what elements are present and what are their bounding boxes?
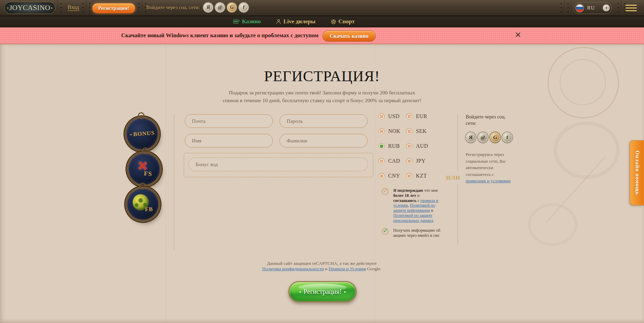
- download-banner: Скачайте новый Windows клиент казино и з…: [0, 27, 644, 44]
- facebook-icon[interactable]: f: [239, 3, 248, 12]
- lastname-field[interactable]: [280, 134, 368, 147]
- check-icon: ✓: [383, 227, 388, 234]
- currency-kzt[interactable]: KZT: [406, 172, 433, 179]
- submit-registration-button[interactable]: ◂ Регистрация! ▸: [288, 281, 357, 302]
- mailru-icon[interactable]: @: [215, 3, 225, 12]
- banner-message: Скачайте новый Windows клиент казино и з…: [121, 32, 318, 39]
- freebet-medal[interactable]: FB: [127, 188, 159, 220]
- radio-icon[interactable]: [378, 173, 385, 179]
- subtitle-line1: Подарок за регистрацию уже почти твой! З…: [0, 90, 644, 96]
- login-link[interactable]: Вход: [68, 4, 79, 11]
- terms-text: Я подтверждаю что мне более 18 лет и сог…: [393, 188, 442, 223]
- promo-text: Получать информацию об акциях через имей…: [393, 228, 444, 238]
- vertical-divider: [458, 114, 458, 170]
- check-icon: ✓: [383, 187, 388, 194]
- radio-icon[interactable]: [406, 173, 413, 179]
- menu-bar: [625, 7, 637, 9]
- currency-jpy[interactable]: JPY: [406, 158, 433, 164]
- currency-cad[interactable]: CAD: [378, 158, 405, 164]
- radio-icon[interactable]: [406, 158, 413, 164]
- radio-icon[interactable]: [378, 158, 385, 164]
- facebook-icon[interactable]: f: [502, 132, 512, 142]
- panel-seam: [617, 0, 626, 16]
- currency-rub[interactable]: RUB: [378, 143, 405, 149]
- menu-bar: [625, 10, 637, 11]
- mailru-icon[interactable]: @: [478, 132, 488, 142]
- google-privacy-link[interactable]: Политика конфиденциальности: [262, 266, 324, 271]
- registration-section: РЕГИСТРАЦИЯ! Подарок за регистрацию уже …: [0, 44, 644, 323]
- yandex-icon[interactable]: Я: [466, 132, 476, 142]
- football-icon: [331, 19, 336, 24]
- topbar-social-label: Войдите через соц. сети:: [146, 5, 200, 10]
- close-icon[interactable]: ✕: [515, 31, 521, 39]
- vertical-divider: [174, 115, 174, 250]
- firstname-field[interactable]: [185, 134, 273, 147]
- google-icon[interactable]: G: [227, 3, 237, 12]
- currency-eur[interactable]: EUR: [406, 113, 433, 120]
- tab-casino-label: Казино: [242, 18, 261, 25]
- currency-aud[interactable]: AUD: [406, 143, 433, 149]
- radio-icon[interactable]: [406, 128, 413, 135]
- currency-options: USD EUR NOK SEK RUB AUD CAD JPY CNY KZT: [378, 113, 433, 179]
- recaptcha-note: Данный сайт защищен reCAPTCHA, а так же …: [258, 261, 386, 272]
- promo-checkbox[interactable]: ✓: [382, 228, 388, 235]
- menu-bar: [625, 5, 637, 6]
- tab-live-label: Live дилеры: [283, 18, 315, 25]
- email-field[interactable]: [185, 114, 273, 128]
- promo-checkbox-row[interactable]: ✓ Получать информацию об акциях через им…: [382, 228, 446, 238]
- google-icon[interactable]: G: [490, 132, 500, 142]
- plus-icon: +: [129, 132, 133, 138]
- social-login-title: Войдите через соц. сети:: [466, 114, 510, 126]
- chevron-down-icon[interactable]: ▾: [603, 4, 610, 11]
- tab-sport[interactable]: Спорт: [331, 18, 355, 25]
- yandex-icon[interactable]: Я: [203, 3, 213, 12]
- topbar-social-icons: Я @ G f: [203, 3, 248, 12]
- currency-nok[interactable]: NOK: [378, 128, 405, 135]
- radio-icon[interactable]: [378, 113, 385, 120]
- tab-live-dealers[interactable]: Live дилеры: [276, 18, 315, 25]
- bonus-code-field[interactable]: [188, 158, 368, 171]
- online-help-tab[interactable]: Онлайн помощь: [630, 140, 644, 205]
- personal-data-policy-link[interactable]: Политикой по защите персональных данных: [393, 213, 434, 223]
- panel-seam: [82, 0, 91, 16]
- fb-medal-label: FB: [145, 206, 153, 213]
- radio-icon[interactable]: [378, 128, 385, 135]
- currency-sek[interactable]: SEK: [406, 128, 433, 135]
- paper-fold: [375, 44, 375, 323]
- slot-machine-icon: [233, 19, 240, 24]
- google-terms-link[interactable]: Правила и Условия: [329, 266, 366, 271]
- freespins-medal[interactable]: ✖ FS: [128, 153, 161, 186]
- terms-and-conditions-link[interactable]: правилами и условиями: [466, 178, 511, 183]
- background-stain: [554, 121, 620, 179]
- subtitle-line2: спинов в течение 10 дней, бесплатную ста…: [0, 97, 644, 103]
- tab-sport-label: Спорт: [338, 18, 355, 25]
- paper-fold: [166, 44, 166, 323]
- top-bar: JOYCASINO Вход Регистрация! Войдите чере…: [0, 0, 644, 16]
- download-casino-button[interactable]: Скачать казино: [323, 30, 376, 42]
- radio-selected-icon[interactable]: [378, 143, 385, 149]
- bonus-medal[interactable]: +BONUS: [126, 117, 159, 151]
- radio-icon[interactable]: [406, 113, 413, 120]
- panel-seam: [560, 0, 569, 16]
- terms-checkbox-row[interactable]: ✓ Я подтверждаю что мне более 18 лет и с…: [382, 188, 442, 223]
- submit-label: Регистрация!: [304, 288, 342, 296]
- radio-icon[interactable]: [406, 143, 413, 149]
- currency-cny[interactable]: CNY: [378, 172, 405, 179]
- background-sketch: [546, 157, 605, 223]
- page-title: РЕГИСТРАЦИЯ!: [0, 67, 644, 85]
- password-field[interactable]: [280, 114, 368, 128]
- social-login-note: Регистрируясь через социальные сети, Вы …: [466, 151, 515, 184]
- language-selector[interactable]: RU ▾: [573, 2, 612, 14]
- menu-icon[interactable]: [625, 5, 637, 13]
- arrow-left-icon: ◂: [299, 290, 301, 294]
- arrow-right-icon: ▸: [344, 290, 346, 294]
- logo-text: JOYCASINO: [9, 4, 50, 12]
- tab-casino[interactable]: Казино: [233, 18, 261, 25]
- background-stain: [528, 203, 577, 246]
- joycasino-logo[interactable]: JOYCASINO: [4, 2, 55, 14]
- panel-seam: [138, 0, 147, 16]
- terms-checkbox[interactable]: ✓: [382, 188, 388, 195]
- bonus-medal-label: BONUS: [133, 130, 155, 137]
- register-button[interactable]: Регистрация!: [92, 3, 135, 14]
- currency-usd[interactable]: USD: [378, 113, 405, 120]
